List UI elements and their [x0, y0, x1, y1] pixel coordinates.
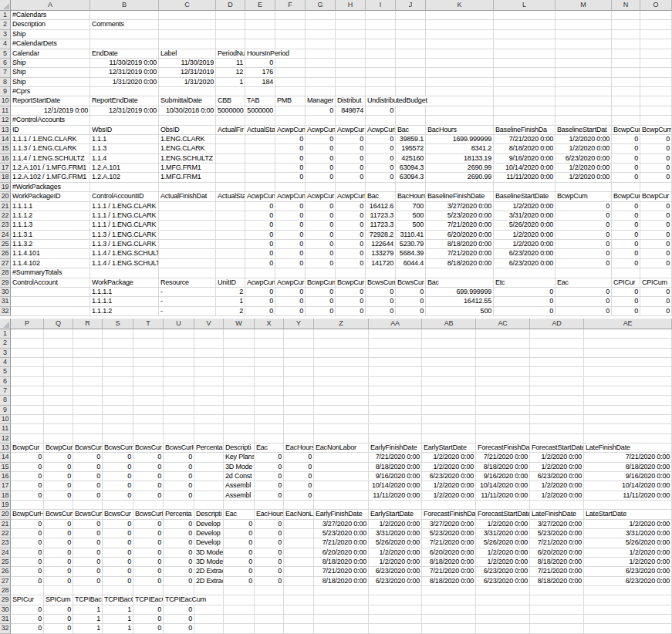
cell-E15[interactable] [245, 144, 275, 153]
cell-AD13[interactable]: ForecastStartDate [530, 443, 584, 453]
cell-R15[interactable]: 0 [73, 463, 103, 472]
cell-B23[interactable]: 1.1.1 / 1.ENG.CLARK [90, 221, 159, 230]
cell-O32[interactable]: 0 [640, 307, 672, 316]
cell-X24[interactable]: 0 [255, 548, 284, 558]
cell-B6[interactable]: 11/30/2019 0:00 [90, 59, 159, 68]
cell-I19[interactable] [366, 183, 396, 192]
cell-C5[interactable]: Label [159, 49, 216, 59]
cell-AA7[interactable] [369, 386, 422, 396]
cell-H6[interactable] [336, 59, 366, 68]
cell-AB20[interactable]: ForecastFinishDate [422, 510, 476, 519]
cell-O31[interactable]: 0 [640, 297, 672, 306]
cell-AD18[interactable]: 1/2/2020 0:00 [530, 491, 584, 501]
cell-B8[interactable]: 1/31/2020 0:00 [90, 78, 159, 87]
cell-D12[interactable] [216, 116, 245, 125]
cell-K1[interactable] [426, 11, 494, 20]
cell-T4[interactable] [133, 358, 164, 367]
cell-T3[interactable] [133, 349, 164, 358]
cell-AA32[interactable] [369, 624, 422, 633]
cell-G22[interactable]: 0 [306, 211, 336, 221]
cell-A22[interactable]: 1.1.1.2 [11, 211, 90, 221]
cell-AD5[interactable] [530, 367, 584, 376]
cell-S32[interactable]: 1 [103, 624, 133, 633]
cell-U13[interactable]: BcwsCurH [164, 443, 194, 453]
cell-A13[interactable]: ID [11, 126, 90, 135]
cell-F11[interactable] [275, 106, 306, 116]
cell-S19[interactable] [103, 501, 133, 510]
cell-I23[interactable]: 11723.3 [366, 221, 396, 230]
cell-H29[interactable]: BcwpCur [336, 278, 366, 288]
cell-I21[interactable]: 16412.6 [366, 202, 396, 211]
cell-Y23[interactable] [284, 538, 314, 548]
cell-I13[interactable]: AcwpCurH [366, 126, 396, 135]
cell-Q28[interactable] [44, 586, 73, 595]
cell-AD1[interactable] [530, 329, 584, 339]
cell-AE3[interactable] [584, 349, 672, 358]
cell-P15[interactable]: 0 [11, 463, 44, 472]
cell-Z19[interactable] [314, 501, 369, 510]
cell-G23[interactable]: 0 [306, 221, 336, 230]
cell-AE24[interactable]: 1/2/2020 0:00 [584, 548, 672, 558]
cell-AD6[interactable] [530, 377, 584, 386]
column-header-K[interactable]: K [426, 0, 494, 11]
cell-W20[interactable]: Eac [224, 510, 255, 519]
row-header-9[interactable]: 9 [0, 406, 11, 415]
cell-M32[interactable]: 0 [555, 307, 612, 316]
cell-M21[interactable]: 0 [555, 202, 612, 211]
cell-N29[interactable]: CPICur [612, 278, 640, 288]
row-header-11[interactable]: 11 [0, 424, 11, 433]
cell-Z32[interactable] [314, 624, 369, 633]
row-header-2[interactable]: 2 [0, 20, 11, 29]
cell-P2[interactable] [11, 339, 44, 348]
cell-B16[interactable]: 1.1.4 [90, 154, 159, 164]
cell-T27[interactable]: 0 [133, 577, 164, 586]
column-header-P[interactable]: P [11, 319, 44, 329]
cell-L8[interactable] [494, 78, 555, 87]
cell-D31[interactable]: 1 [216, 297, 245, 306]
row-header-25[interactable]: 25 [0, 240, 11, 249]
cell-G21[interactable]: 0 [306, 202, 336, 211]
cell-AC13[interactable]: ForecastFinishDate [476, 443, 530, 453]
cell-Z24[interactable]: 6/20/2020 0:00 [314, 548, 369, 558]
cell-AE7[interactable] [584, 386, 672, 396]
cell-Q10[interactable] [44, 415, 73, 424]
cell-K30[interactable]: 699.999999 [426, 288, 494, 297]
cell-A6[interactable]: Ship [11, 59, 90, 68]
cell-AB12[interactable] [422, 434, 476, 443]
cell-F6[interactable] [275, 59, 306, 68]
cell-Y26[interactable] [284, 567, 314, 576]
cell-C11[interactable]: 10/30/2018 0:00 [159, 106, 216, 116]
cell-K5[interactable] [426, 49, 494, 59]
cell-I16[interactable]: 0 [366, 154, 396, 164]
cell-AB13[interactable]: EarlyStartDate [422, 443, 476, 453]
cell-G13[interactable]: AcwpCum [306, 126, 336, 135]
cell-V18[interactable] [194, 491, 224, 501]
cell-I1[interactable] [366, 11, 396, 20]
cell-E8[interactable]: 184 [245, 78, 275, 87]
cell-X18[interactable]: 0 [255, 491, 284, 501]
cell-P14[interactable]: 0 [11, 453, 44, 462]
cell-T32[interactable]: 0 [133, 624, 164, 633]
cell-X17[interactable]: 0 [255, 481, 284, 491]
cell-G18[interactable]: 0 [306, 173, 336, 182]
cell-T9[interactable] [133, 406, 164, 415]
cell-G8[interactable] [306, 78, 336, 87]
cell-N16[interactable]: 0 [612, 154, 640, 164]
cell-A5[interactable]: Calendar [11, 49, 90, 59]
cell-G19[interactable] [306, 183, 336, 192]
cell-V14[interactable] [194, 453, 224, 462]
cell-D2[interactable] [216, 20, 245, 29]
cell-X4[interactable] [255, 358, 284, 367]
cell-O25[interactable]: 0 [640, 240, 672, 249]
cell-AA4[interactable] [369, 358, 422, 367]
cell-C9[interactable] [159, 87, 216, 96]
cell-L19[interactable] [494, 183, 555, 192]
cell-X15[interactable]: 0 [255, 463, 284, 472]
cell-F20[interactable]: AcwpCum [275, 192, 306, 201]
cell-AC3[interactable] [476, 349, 530, 358]
cell-N5[interactable] [612, 49, 640, 59]
cell-Y25[interactable] [284, 558, 314, 567]
cell-Q14[interactable]: 0 [44, 453, 73, 462]
cell-Y5[interactable] [284, 367, 314, 376]
cell-O18[interactable]: 0 [640, 173, 672, 182]
